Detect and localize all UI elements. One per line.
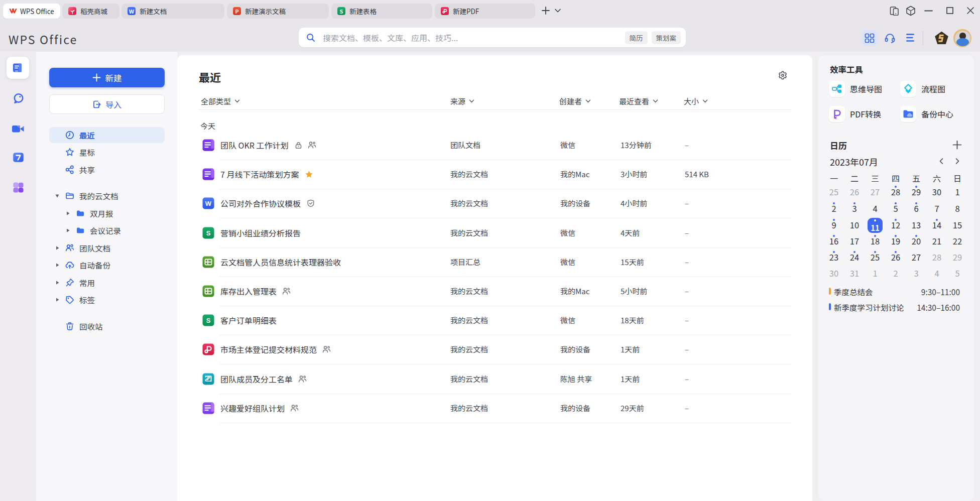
svg-text:S: S [206,317,211,324]
svg-text:S: S [206,229,211,237]
svg-text:W: W [205,200,212,207]
